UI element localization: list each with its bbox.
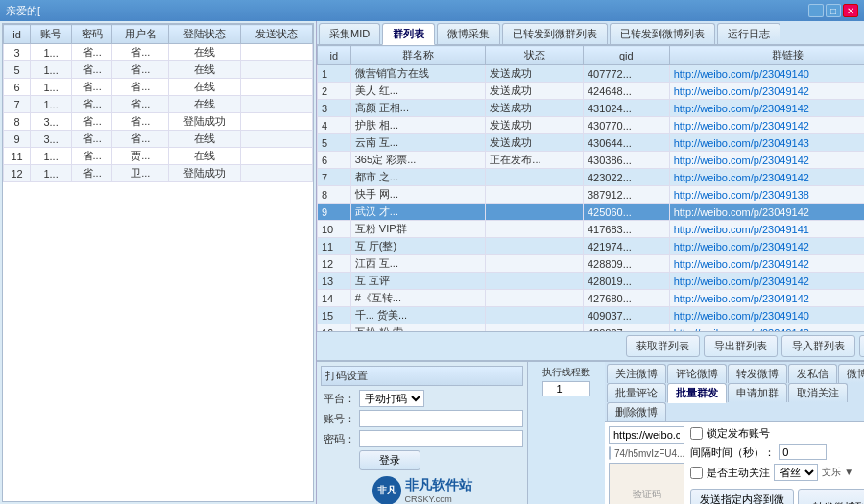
group-row[interactable]: 12江西 互...428809...http://weibo.com/p/230… <box>318 255 865 273</box>
group-cell-id: 13 <box>318 273 351 290</box>
account-row: 账号： <box>321 410 523 427</box>
right-content-area: id 群名称 状态 qid 群链接 1微营销官方在线发送成功407772...h… <box>317 45 864 360</box>
account-input[interactable] <box>359 410 523 427</box>
group-row[interactable]: 1微营销官方在线发送成功407772...http://weibo.com/p/… <box>318 65 865 83</box>
top-tabs: 采集MID群列表微博采集已转发到微群列表已转发到微博列表运行日志 <box>317 21 864 45</box>
thread-count-input[interactable] <box>542 381 590 396</box>
table-cell-loginStatus: 在线 <box>169 96 241 113</box>
forward-to-group-button[interactable]: 转发微博到微群 <box>798 489 864 504</box>
group-table-scroll[interactable]: id 群名称 状态 qid 群链接 1微营销官方在线发送成功407772...h… <box>317 45 864 331</box>
group-row[interactable]: 16互松 粉 索430807...http://weibo.com/p/2304… <box>318 324 865 332</box>
top-tab-4[interactable]: 已转发到微博列表 <box>610 23 715 44</box>
group-row[interactable]: 10互粉 VIP群417683...http://weibo.com/p/230… <box>318 221 865 238</box>
url-input[interactable] <box>609 426 684 444</box>
group-cell-qid: 421974... <box>583 238 669 255</box>
group-cell-name: #《互转... <box>350 290 486 307</box>
logo-icon: 非凡 <box>372 476 401 504</box>
group-cell-id: 12 <box>318 255 351 273</box>
password-label: 密码： <box>321 432 355 446</box>
password-input[interactable] <box>359 430 523 447</box>
login-button[interactable]: 登录 <box>359 450 420 470</box>
send-to-group-button[interactable]: 发送指定内容到微群 <box>690 489 794 504</box>
table-cell-sendStatus <box>241 165 313 182</box>
group-row[interactable]: 13互 互评428019...http://weibo.com/p/230491… <box>318 273 865 290</box>
table-cell-loginStatus: 在线 <box>169 61 241 79</box>
group-row[interactable]: 8快手 网...387912...http://weibo.com/p/2304… <box>318 186 865 204</box>
group-buttons-row: 获取群列表导出群列表导入群列表按钮 <box>317 331 864 360</box>
table-row[interactable]: 83...省...省...登陆成功 <box>4 113 313 131</box>
auto-follow-checkbox[interactable] <box>690 467 703 479</box>
group-cell-status <box>486 221 584 238</box>
group-action-btn-3[interactable]: 按钮 <box>859 335 864 357</box>
group-cell-link: http://weibo.com/p/23049142 <box>669 204 864 221</box>
group-cell-qid: 428809... <box>583 255 669 273</box>
platform-select[interactable]: 手动打码 <box>359 390 424 407</box>
table-row[interactable]: 61...省...省...在线 <box>4 79 313 96</box>
bottom-tab-7[interactable]: 申请加群 <box>728 383 787 402</box>
group-cell-status <box>486 255 584 273</box>
table-cell-pwd: 省... <box>71 44 112 61</box>
bottom-right-panel: 关注微博评论微博转发微博发私信微博点赞批量评论批量群发申请加群取消关注删除微博 … <box>605 362 864 504</box>
top-tab-0[interactable]: 采集MID <box>319 23 380 44</box>
group-cell-id: 16 <box>318 324 351 332</box>
group-cell-qid: 425060... <box>583 204 669 221</box>
group-cell-link: http://weibo.com/p/23049143 <box>669 134 864 152</box>
progress-area: 74/h5mvIzFU4... <box>609 446 684 460</box>
province-select[interactable]: 省丝 <box>774 464 818 481</box>
table-row[interactable]: 93...省...省...在线 <box>4 131 313 148</box>
group-row[interactable]: 4护肤 相...发送成功430770...http://weibo.com/p/… <box>318 117 865 134</box>
group-row[interactable]: 3高颜 正相...发送成功431024...http://weibo.com/p… <box>318 100 865 117</box>
bottom-tab-9[interactable]: 删除微博 <box>607 402 666 421</box>
bottom-tab-8[interactable]: 取消关注 <box>788 383 848 402</box>
group-row[interactable]: 7都市 之...423022...http://weibo.com/p/2304… <box>318 169 865 186</box>
table-row[interactable]: 51...省...省...在线 <box>4 61 313 79</box>
group-row[interactable]: 14#《互转...427680...http://weibo.com/p/230… <box>318 290 865 307</box>
maximize-button[interactable]: □ <box>826 4 841 17</box>
close-button[interactable]: ✕ <box>843 4 858 17</box>
group-cell-status <box>486 186 584 204</box>
group-row[interactable]: 15千... 货美...409037...http://weibo.com/p/… <box>318 307 865 324</box>
lock-publish-checkbox[interactable] <box>690 427 703 440</box>
top-tab-3[interactable]: 已转发到微群列表 <box>502 23 608 44</box>
bottom-tab-4[interactable]: 微博点赞 <box>838 364 864 383</box>
bottom-tab-1[interactable]: 评论微博 <box>667 364 727 383</box>
group-action-btn-1[interactable]: 导出群列表 <box>704 335 778 357</box>
bottom-tab-5[interactable]: 批量评论 <box>607 383 666 402</box>
bottom-tabs: 关注微博评论微博转发微博发私信微博点赞批量评论批量群发申请加群取消关注删除微博 <box>605 362 864 422</box>
interval-input[interactable] <box>779 444 827 460</box>
group-action-btn-0[interactable]: 获取群列表 <box>626 335 700 357</box>
group-cell-name: 护肤 相... <box>350 117 486 134</box>
logo-url: CRSKY.com <box>405 494 472 504</box>
group-cell-status <box>486 307 584 324</box>
bottom-tab-2[interactable]: 转发微博 <box>728 364 787 383</box>
table-cell-account: 3... <box>31 131 72 148</box>
top-tab-1[interactable]: 群列表 <box>382 23 435 45</box>
top-tab-2[interactable]: 微博采集 <box>437 23 500 44</box>
group-action-btn-2[interactable]: 导入群列表 <box>781 335 855 357</box>
group-row[interactable]: 11互 厅(整)421974...http://weibo.com/p/2304… <box>318 238 865 255</box>
bottom-tab-0[interactable]: 关注微博 <box>607 364 666 383</box>
table-cell-id: 3 <box>4 44 31 61</box>
group-cell-id: 11 <box>318 238 351 255</box>
accounts-table-area: id 账号 密码 用户名 登陆状态 发送状态 31...省...省...在线51… <box>2 23 314 502</box>
group-cell-status <box>486 238 584 255</box>
table-row[interactable]: 121...省...卫...登陆成功 <box>4 165 313 182</box>
bottom-tab-3[interactable]: 发私信 <box>788 364 837 383</box>
progress-bar <box>609 446 611 460</box>
minimize-button[interactable]: — <box>808 4 824 17</box>
group-cell-qid: 430770... <box>583 117 669 134</box>
group-row[interactable]: 9武汉 才...425060...http://weibo.com/p/2304… <box>318 204 865 221</box>
logo-name: 非凡软件站 <box>405 477 472 494</box>
table-cell-pwd: 省... <box>71 79 112 96</box>
table-row[interactable]: 31...省...省...在线 <box>4 44 313 61</box>
bottom-tab-6[interactable]: 批量群发 <box>667 383 727 403</box>
group-row[interactable]: 6365定 彩票...正在发布...430386...http://weibo.… <box>318 152 865 169</box>
group-cell-id: 7 <box>318 169 351 186</box>
group-row[interactable]: 2美人 红...发送成功424648...http://weibo.com/p/… <box>318 83 865 100</box>
options-panel: 锁定发布账号 间隔时间（秒）： 是否主动关注 省丝 文乐 ▼ <box>690 426 864 504</box>
group-row[interactable]: 5云南 互...发送成功430644...http://weibo.com/p/… <box>318 134 865 152</box>
top-tab-5[interactable]: 运行日志 <box>717 23 780 44</box>
table-row[interactable]: 71...省...省...在线 <box>4 96 313 113</box>
table-row[interactable]: 111...省...贾...在线 <box>4 148 313 165</box>
table-cell-user: 卫... <box>112 165 169 182</box>
